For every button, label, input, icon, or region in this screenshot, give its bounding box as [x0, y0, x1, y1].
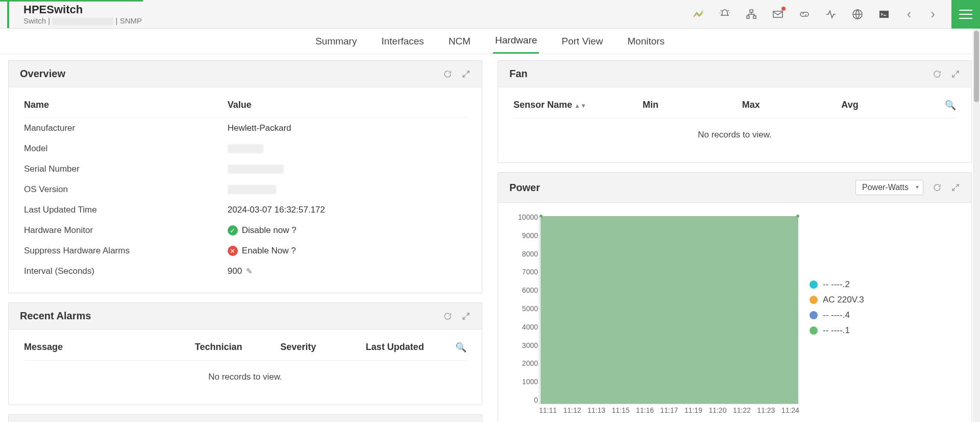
refresh-icon[interactable] — [933, 69, 942, 79]
chart-icon[interactable] — [692, 8, 705, 21]
svg-rect-0 — [750, 10, 753, 12]
check-icon: ✓ — [228, 225, 238, 236]
suppress-link[interactable]: Enable Now ? — [242, 246, 296, 256]
fan-col-min[interactable]: Min — [643, 100, 742, 111]
y-axis-ticks: 1000090008000700060005000400030002000100… — [508, 213, 538, 404]
alert-bell-icon[interactable] — [718, 8, 731, 21]
edit-icon[interactable]: ✎ — [246, 267, 253, 276]
tab-interfaces[interactable]: Interfaces — [379, 30, 426, 53]
alarms-no-records: No records to view. — [24, 361, 467, 393]
alarms-panel: Recent Alarms Message Technician Severit… — [8, 302, 482, 405]
plot-area — [539, 216, 799, 404]
legend-label: AC 220V.3 — [823, 295, 864, 305]
overview-panel: Overview Name Value ManufacturerHewlett-… — [8, 60, 482, 293]
search-icon[interactable]: 🔍 — [451, 342, 467, 353]
svg-rect-5 — [879, 11, 889, 18]
link-icon[interactable] — [798, 8, 811, 21]
overview-col-value: Value — [228, 100, 467, 110]
data-point-icon — [796, 215, 799, 218]
refresh-icon[interactable] — [933, 183, 942, 192]
overview-title: Overview — [20, 68, 65, 80]
refresh-icon[interactable] — [443, 312, 452, 321]
search-icon[interactable]: 🔍 — [941, 100, 956, 111]
expand-icon[interactable] — [461, 69, 471, 79]
topology-icon[interactable] — [745, 8, 758, 21]
legend-label: -- ----.1 — [823, 325, 850, 336]
manufacturer-value: Hewlett-Packard — [228, 123, 467, 133]
area-fill — [541, 216, 798, 404]
hwmon-label: Hardware Monitor — [24, 225, 228, 236]
top-bar: HPESwitch Switch | | SNMP ‹ › — [0, 0, 980, 29]
suppress-label: Suppress Hardware Alarms — [24, 246, 228, 256]
alarms-title: Recent Alarms — [20, 310, 91, 322]
legend-dot-icon — [810, 296, 818, 304]
expand-icon[interactable] — [951, 183, 960, 192]
tab-hardware[interactable]: Hardware — [493, 29, 539, 54]
page-subtitle: Switch | | SNMP — [23, 16, 142, 25]
fan-panel: Fan Sensor Name▲▼ Min Max Avg 🔍 No recor… — [498, 60, 972, 163]
expand-icon[interactable] — [951, 69, 960, 79]
manufacturer-label: Manufacturer — [24, 123, 228, 133]
legend-item[interactable]: -- ----.4 — [810, 310, 864, 320]
activity-icon[interactable] — [824, 8, 838, 21]
power-chart: 1000090008000700060005000400030002000100… — [498, 203, 971, 422]
legend-dot-icon — [810, 311, 818, 319]
subtitle-suffix: | SNMP — [113, 16, 142, 25]
globe-icon[interactable] — [851, 8, 864, 21]
content: Overview Name Value ManufacturerHewlett-… — [0, 54, 980, 422]
power-panel: Power Power-Watts 1000090008000700060005… — [498, 172, 972, 422]
alarms-col-updated[interactable]: Last Updated — [366, 342, 451, 353]
legend-label: -- ----.4 — [823, 310, 850, 320]
refresh-icon[interactable] — [443, 69, 452, 79]
legend-item[interactable]: AC 220V.3 — [810, 295, 864, 305]
interval-value: 900 — [228, 266, 242, 276]
legend-item[interactable]: -- ----.2 — [810, 279, 864, 290]
chart-area[interactable]: 1000090008000700060005000400030002000100… — [508, 213, 799, 417]
legend-item[interactable]: -- ----.1 — [810, 325, 864, 336]
subtitle-prefix: Switch | — [23, 16, 52, 25]
tab-ncm[interactable]: NCM — [447, 30, 473, 53]
os-value — [228, 184, 467, 195]
fan-col-name[interactable]: Sensor Name▲▼ — [513, 100, 643, 111]
x-axis-ticks: 11:1111:1211:1311:1511:1611:1711:1911:20… — [539, 406, 799, 417]
svg-rect-2 — [753, 16, 756, 18]
redacted-ip — [52, 18, 113, 25]
left-column: Overview Name Value ManufacturerHewlett-… — [8, 60, 482, 416]
fan-title: Fan — [509, 68, 528, 80]
svg-rect-1 — [747, 16, 749, 18]
serial-label: Serial Number — [24, 164, 228, 174]
scroll-thumb[interactable] — [974, 31, 979, 102]
power-title: Power — [509, 182, 540, 194]
serial-value — [228, 164, 467, 174]
legend-label: -- ----.2 — [823, 279, 850, 290]
cross-icon: ✕ — [228, 246, 238, 256]
mail-icon[interactable] — [771, 8, 785, 21]
fan-col-avg[interactable]: Avg — [841, 100, 941, 111]
hwmon-link[interactable]: Disable now ? — [242, 225, 297, 236]
tab-port-view[interactable]: Port View — [559, 30, 605, 53]
power-unit-dropdown[interactable]: Power-Watts — [855, 180, 923, 195]
next-icon[interactable]: › — [927, 6, 938, 22]
alarms-col-message[interactable]: Message — [24, 342, 195, 353]
svg-rect-3 — [773, 11, 782, 17]
fan-col-max[interactable]: Max — [742, 100, 842, 111]
page-title: HPESwitch — [23, 3, 142, 16]
alarms-col-technician[interactable]: Technician — [195, 342, 280, 353]
tab-monitors[interactable]: Monitors — [625, 30, 667, 53]
model-label: Model — [24, 144, 228, 154]
expand-icon[interactable] — [461, 312, 471, 321]
tabs: Summary Interfaces NCM Hardware Port Vie… — [0, 29, 980, 54]
mail-badge-dot — [781, 7, 786, 11]
terminal-icon[interactable] — [877, 8, 891, 21]
model-value — [228, 144, 467, 154]
data-point-icon — [540, 215, 543, 218]
menu-button[interactable] — [951, 0, 980, 29]
interval-label: Interval (Seconds) — [24, 266, 228, 276]
os-label: OS Version — [24, 184, 228, 195]
sort-icon: ▲▼ — [574, 102, 586, 109]
scrollbar[interactable] — [973, 29, 980, 422]
top-icons: ‹ › — [692, 0, 980, 29]
alarms-col-severity[interactable]: Severity — [280, 342, 365, 353]
prev-icon[interactable]: ‹ — [904, 6, 915, 22]
tab-summary[interactable]: Summary — [313, 30, 359, 53]
